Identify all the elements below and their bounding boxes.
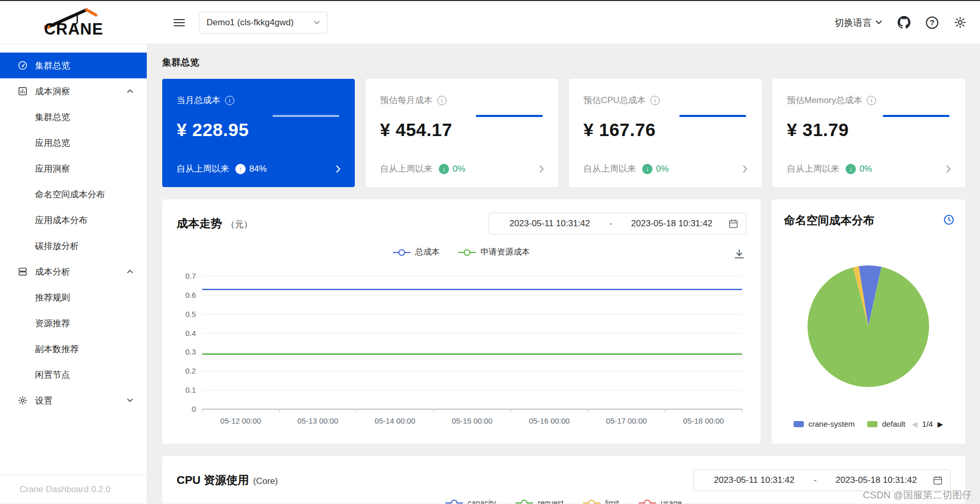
svg-text:0.5: 0.5	[185, 310, 196, 318]
cost-trend-line-chart: 00.10.20.30.40.50.60.705-12 00:0005-13 0…	[177, 269, 746, 439]
sidebar-menu: 集群总览 成本洞察 集群总览 应用总览 应用洞察 命名空间成本分布 应用成本分布…	[0, 44, 147, 475]
sidebar-subitem-cluster-overview[interactable]: 集群总览	[0, 104, 147, 130]
panel-title: CPU 资源使用	[177, 474, 249, 486]
card-estimated-cpu-cost[interactable]: 预估CPU总成本i ¥ 167.76 自从上周以来 ↓0%	[569, 79, 762, 187]
date-separator: -	[603, 219, 618, 229]
info-icon[interactable]: i	[867, 96, 876, 105]
date-end[interactable]: 2023-05-18 10:31:42	[823, 475, 930, 485]
card-amount: ¥ 31.79	[787, 120, 951, 140]
legend-marker	[445, 499, 463, 504]
legend-marker	[458, 249, 476, 256]
sidebar-group-cost-insight[interactable]: 成本洞察	[0, 78, 147, 104]
info-icon[interactable]: i	[225, 96, 234, 105]
card-amount: ¥ 167.76	[583, 120, 747, 140]
clock-icon[interactable]	[943, 214, 955, 226]
download-icon[interactable]	[733, 248, 745, 260]
card-amount: ¥ 454.17	[380, 120, 544, 140]
sidebar-item-cluster-overview[interactable]: 集群总览	[0, 53, 147, 78]
card-title: 当月总成本	[177, 94, 220, 106]
legend-label: usage	[661, 498, 682, 503]
panel-unit: (Core)	[253, 476, 278, 486]
svg-text:0.4: 0.4	[185, 329, 196, 338]
sidebar-subitem-idle-nodes[interactable]: 闲置节点	[0, 362, 147, 388]
delta-value: 84%	[249, 164, 267, 174]
chart-legend: capacity request limit usage	[177, 498, 951, 503]
sidebar-subitem-app-overview[interactable]: 应用总览	[0, 130, 147, 156]
spark-line	[476, 115, 543, 117]
crane-logo[interactable]: CRANE	[35, 6, 112, 40]
date-separator: -	[807, 475, 823, 485]
trend-down-icon: ↓	[439, 164, 449, 174]
svg-text:05-18 00:00: 05-18 00:00	[683, 416, 724, 425]
app-version: Crane Dashboard 0.2.0	[0, 475, 147, 503]
legend-marker	[583, 499, 600, 504]
svg-text:05-16 00:00: 05-16 00:00	[529, 416, 570, 425]
prev-page-icon[interactable]: ◀	[912, 420, 918, 428]
settings-gear-icon[interactable]	[954, 16, 967, 29]
sidebar-subitem-app-cost[interactable]: 应用成本分布	[0, 207, 147, 233]
namespace-pie-chart	[784, 243, 953, 393]
sidebar-subitem-resource-recommend[interactable]: 资源推荐	[0, 310, 147, 336]
sidebar-subitem-replicas-recommend[interactable]: 副本数推荐	[0, 336, 147, 362]
delta-value: 0%	[859, 164, 872, 174]
chevron-right-icon[interactable]	[743, 165, 747, 173]
legend-request[interactable]: request	[515, 498, 563, 503]
legend-label[interactable]: crane-system	[809, 419, 855, 428]
since-label: 自从上周以来	[583, 163, 636, 175]
legend-marker	[393, 249, 410, 256]
legend-label: limit	[605, 498, 619, 503]
legend-label: capacity	[468, 498, 496, 503]
sidebar: 集群总览 成本洞察 集群总览 应用总览 应用洞察 命名空间成本分布 应用成本分布…	[0, 44, 147, 503]
cpu-usage-panel: CPU 资源使用(Core) 2023-05-11 10:31:42 - 202…	[162, 456, 965, 503]
help-icon[interactable]: ?	[926, 16, 938, 29]
date-start[interactable]: 2023-05-11 10:31:42	[496, 219, 603, 229]
legend-marker	[639, 499, 656, 504]
chevron-down-icon	[314, 21, 320, 25]
legend-total-cost[interactable]: 总成本	[393, 247, 440, 258]
legend-limit[interactable]: limit	[583, 498, 619, 503]
sidebar-subitem-recommend-rules[interactable]: 推荐规则	[0, 284, 147, 310]
github-icon[interactable]	[898, 16, 910, 29]
chevron-right-icon[interactable]	[946, 165, 951, 173]
chevron-down-icon	[127, 398, 133, 402]
date-range-picker[interactable]: 2023-05-11 10:31:42 - 2023-05-18 10:31:4…	[693, 469, 951, 491]
legend-label[interactable]: default	[882, 419, 905, 428]
card-estimated-memory-cost[interactable]: 预估Memory总成本i ¥ 31.79 自从上周以来 ↓0%	[772, 79, 965, 187]
sidebar-subitem-carbon-analysis[interactable]: 碳排放分析	[0, 233, 147, 259]
legend-request-resource-cost[interactable]: 申请资源成本	[458, 247, 530, 258]
legend-capacity[interactable]: capacity	[445, 498, 496, 503]
chevron-right-icon[interactable]	[336, 165, 340, 173]
chevron-down-icon	[875, 20, 882, 25]
card-monthly-total-cost[interactable]: 当月总成本i ¥ 228.95 自从上周以来 ↑84%	[162, 79, 355, 187]
panel-title: 命名空间成本分布	[784, 213, 874, 228]
since-label: 自从上周以来	[380, 163, 433, 175]
sidebar-subitem-namespace-cost[interactable]: 命名空间成本分布	[0, 181, 147, 207]
card-estimated-monthly-cost[interactable]: 预估每月成本i ¥ 454.17 自从上周以来 ↓0%	[366, 79, 558, 187]
chevron-up-icon	[127, 89, 133, 93]
next-page-icon[interactable]: ▶	[937, 420, 943, 428]
spark-line	[883, 115, 950, 117]
csdn-watermark: CSDN @国服第二切图仔	[863, 489, 972, 502]
card-title: 预估CPU总成本	[583, 94, 646, 106]
chevron-up-icon	[127, 270, 133, 274]
language-switcher[interactable]: 切换语言	[835, 16, 882, 29]
date-start[interactable]: 2023-05-11 10:31:42	[701, 475, 807, 485]
dashboard-gauge-icon	[18, 60, 28, 71]
svg-text:05-15 00:00: 05-15 00:00	[452, 416, 492, 425]
info-icon[interactable]: i	[650, 96, 660, 105]
sidebar-group-settings[interactable]: 设置	[0, 388, 147, 413]
svg-text:0: 0	[192, 405, 196, 413]
date-end[interactable]: 2023-05-18 10:31:42	[618, 219, 725, 229]
legend-usage[interactable]: usage	[639, 498, 682, 503]
menu-toggle-icon[interactable]	[173, 18, 185, 28]
svg-text:0.1: 0.1	[185, 385, 196, 394]
sidebar-group-cost-analysis[interactable]: 成本分析	[0, 259, 147, 284]
sidebar-subitem-app-insight[interactable]: 应用洞察	[0, 156, 147, 181]
spark-line	[679, 115, 746, 117]
info-icon[interactable]: i	[437, 96, 446, 105]
svg-text:05-17 00:00: 05-17 00:00	[606, 416, 647, 425]
cluster-select[interactable]: Demo1 (cls-fkkg4gwd)	[199, 12, 328, 33]
chevron-right-icon[interactable]	[539, 165, 544, 173]
date-range-picker[interactable]: 2023-05-11 10:31:42 - 2023-05-18 10:31:4…	[489, 213, 746, 234]
chart-legend: 总成本 申请资源成本	[177, 247, 746, 258]
